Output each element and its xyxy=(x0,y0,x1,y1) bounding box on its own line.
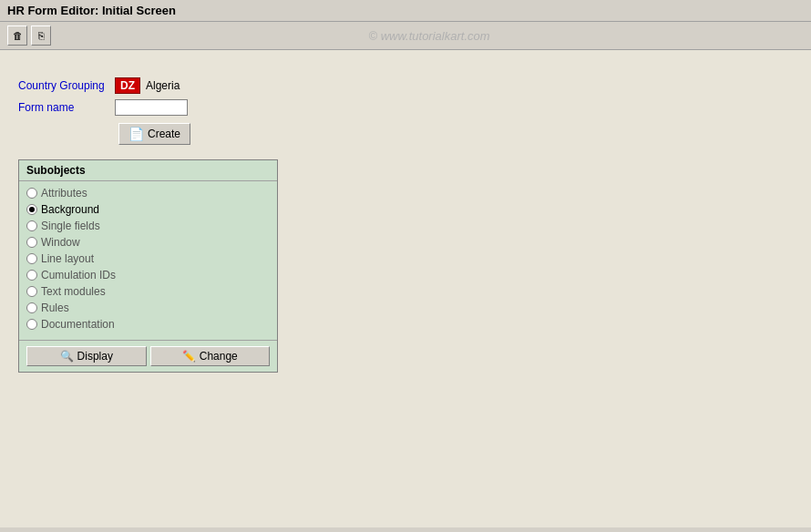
radio-circle-line-layout xyxy=(26,253,37,264)
radio-single-fields[interactable]: Single fields xyxy=(26,220,270,232)
radio-circle-documentation xyxy=(26,319,37,330)
create-icon: 📄 xyxy=(128,127,144,141)
copy-button[interactable]: ⎘ xyxy=(31,26,51,46)
display-icon: 🔍 xyxy=(60,350,74,363)
country-grouping-label: Country Grouping xyxy=(18,79,109,92)
radio-text-modules[interactable]: Text modules xyxy=(26,285,270,298)
radio-cumulation-ids[interactable]: Cumulation IDs xyxy=(26,269,270,281)
radio-circle-text-modules xyxy=(26,286,37,297)
create-label: Create xyxy=(148,128,180,140)
subobjects-list: Attributes Background Single fields Wind… xyxy=(19,181,277,340)
radio-circle-cumulation-ids xyxy=(26,270,37,281)
country-code-box[interactable]: DZ xyxy=(115,77,140,94)
display-label: Display xyxy=(77,350,113,363)
change-icon: ✏️ xyxy=(182,350,196,363)
subobjects-header: Subobjects xyxy=(19,160,277,181)
radio-rules[interactable]: Rules xyxy=(26,302,270,314)
radio-circle-background xyxy=(26,204,37,215)
copy-icon: ⎘ xyxy=(38,30,45,41)
change-label: Change xyxy=(200,350,238,363)
form-name-label: Form name xyxy=(18,101,109,114)
window-title: HR Form Editor: Initial Screen xyxy=(7,4,176,17)
radio-background[interactable]: Background xyxy=(26,203,270,216)
toolbar: 🗑 ⎘ © www.tutorialkart.com xyxy=(0,22,811,50)
radio-line-layout[interactable]: Line layout xyxy=(26,252,270,265)
display-button[interactable]: 🔍 Display xyxy=(26,346,147,366)
radio-circle-window xyxy=(26,237,37,248)
main-content: Country Grouping DZ Algeria Form name 📄 … xyxy=(0,50,811,527)
country-name: Algeria xyxy=(146,79,180,92)
change-button[interactable]: ✏️ Change xyxy=(150,346,271,366)
subobjects-footer: 🔍 Display ✏️ Change xyxy=(19,340,277,372)
watermark: © www.tutorialkart.com xyxy=(55,29,804,43)
radio-circle-rules xyxy=(26,302,37,313)
radio-window[interactable]: Window xyxy=(26,236,270,249)
radio-circle-attributes xyxy=(26,188,37,199)
delete-icon: 🗑 xyxy=(13,30,23,41)
subobjects-panel: Subobjects Attributes Background Single … xyxy=(18,159,278,373)
create-button[interactable]: 📄 Create xyxy=(118,123,190,145)
radio-attributes[interactable]: Attributes xyxy=(26,187,270,200)
title-bar: HR Form Editor: Initial Screen xyxy=(0,0,811,22)
form-name-input[interactable] xyxy=(115,99,188,116)
radio-circle-single-fields xyxy=(26,220,37,231)
delete-button[interactable]: 🗑 xyxy=(7,26,27,46)
radio-documentation[interactable]: Documentation xyxy=(26,318,270,331)
